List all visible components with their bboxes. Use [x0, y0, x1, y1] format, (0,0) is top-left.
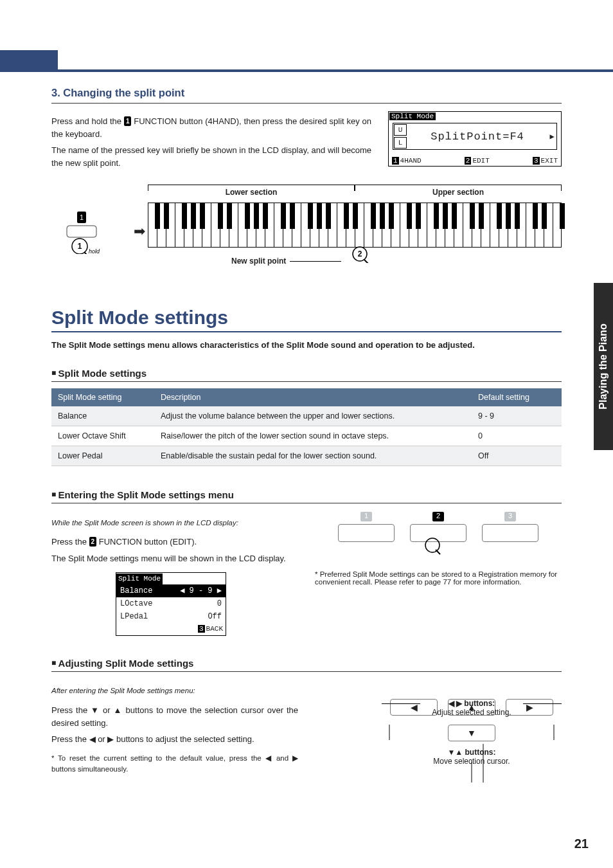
page-number: 21 [574, 836, 589, 851]
enter-p2: The Split Mode settings menu will be sho… [51, 552, 298, 565]
section-tab-label: Playing the Piano [598, 323, 609, 409]
section-tab: Playing the Piano [594, 283, 613, 450]
keyboard-diagram: 1 1 hold ➡ Lower section Upper section [51, 185, 562, 281]
svg-rect-2 [67, 226, 96, 237]
function-button-illustration: 1 1 hold [58, 210, 132, 254]
intro-text: The Split Mode settings menu allows char… [51, 340, 562, 350]
svg-text:1: 1 [78, 242, 82, 251]
svg-text:1: 1 [80, 213, 84, 221]
arrow-right-icon: ➡ [134, 223, 145, 240]
table-row: Lower Octave ShiftRaise/lower the pitch … [51, 426, 562, 446]
section-3-heading: 3. Changing the split point [51, 87, 562, 104]
lcd-settings-menu: Split Mode Balance◀ 9 - 9 ▶ LOctave0 LPe… [116, 572, 226, 636]
adjust-i1: After entering the Split Mode settings m… [51, 685, 298, 696]
nav-buttons-illustration: ◀ ▶ buttons:Adjust selected setting. ◀ ▲… [382, 699, 562, 808]
section3-p2: The name of the pressed key will briefly… [51, 144, 371, 169]
enter-i1: While the Split Mode screen is shown in … [51, 518, 298, 529]
svg-text:2: 2 [358, 249, 362, 258]
fn-button-1: 1 [338, 524, 395, 542]
svg-text:hold: hold [89, 248, 100, 254]
fn2-badge-icon: 2 [89, 537, 97, 547]
page-title: Split Mode settings [51, 307, 562, 332]
settings-subhead: Split Mode settings [51, 368, 562, 382]
adjust-footnote: * To reset the current setting to the de… [51, 753, 298, 775]
new-split-point-label: New split point [231, 257, 341, 266]
entering-subhead: Entering the Split Mode settings menu [51, 489, 562, 503]
settings-table: Split Mode setting Description Default s… [51, 388, 562, 466]
adjust-p1: Press the ▼ or ▲ buttons to move the sel… [51, 704, 298, 729]
upper-section-label: Upper section [355, 185, 562, 197]
svg-point-8 [425, 538, 440, 552]
adjusting-subhead: Adjusting Split Mode settings [51, 658, 562, 672]
fn1-badge-icon: 1 [124, 116, 132, 126]
enter-p1: Press the 2 FUNCTION button (EDIT). [51, 536, 298, 548]
function-buttons-illustration: 1 2 3 [315, 524, 562, 542]
hand-press-icon: 2 [352, 246, 369, 263]
lcd-splitpoint: Split Mode U L SplitPoint=F4 ▶ 14HAND 2E… [388, 111, 562, 167]
fn-button-2: 2 [410, 524, 466, 542]
fn-button-3: 3 [482, 524, 538, 542]
down-button-icon: ▼ [448, 725, 495, 741]
lower-section-label: Lower section [148, 185, 355, 197]
lcd-splitpoint-value: SplitPoint=F4 [407, 123, 547, 149]
table-row: Lower PedalEnable/disable the sustain pe… [51, 446, 562, 466]
header-bar [0, 50, 613, 72]
table-row: BalanceAdjust the volume balance between… [51, 406, 562, 426]
piano-keyboard-icon [148, 203, 562, 248]
section3-p1: Press and hold the 1 FUNCTION button (4H… [51, 115, 371, 140]
adjust-p2: Press the ◀ or ▶ buttons to adjust the s… [51, 733, 298, 746]
registration-note: * Preferred Split Mode settings can be s… [315, 570, 562, 586]
